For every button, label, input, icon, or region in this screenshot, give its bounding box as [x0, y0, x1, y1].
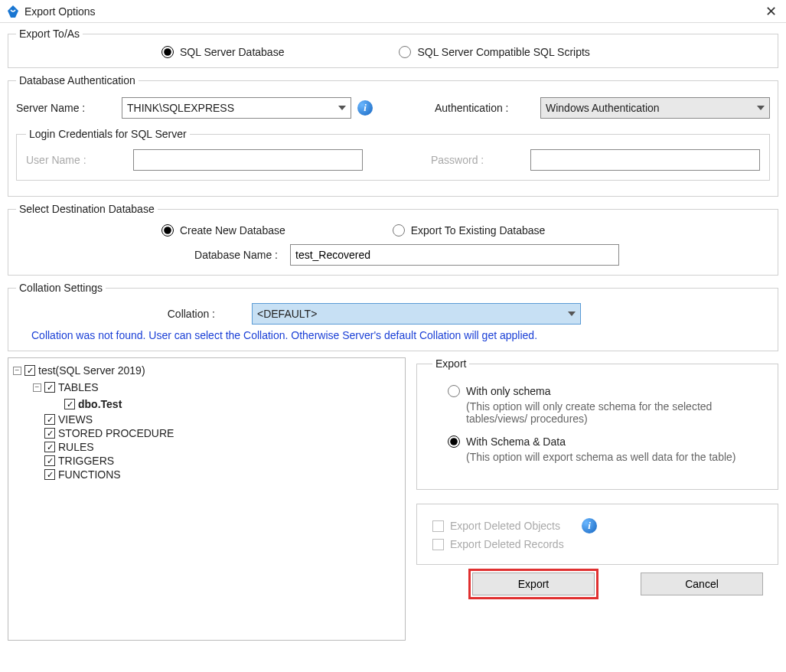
- tree-checkbox[interactable]: [44, 428, 55, 439]
- radio-sql-scripts[interactable]: SQL Server Compatible SQL Scripts: [399, 46, 589, 58]
- deleted-options-group: Export Deleted Objects i Export Deleted …: [416, 504, 778, 565]
- tree-checkbox[interactable]: [64, 399, 75, 409]
- checkbox-deleted-objects: [432, 520, 444, 532]
- radio-schema-only-input[interactable]: [448, 385, 460, 397]
- login-legend: Login Credentials for SQL Server: [26, 128, 190, 140]
- export-button[interactable]: Export: [472, 573, 595, 595]
- info-icon[interactable]: i: [582, 518, 597, 533]
- tree-checkbox[interactable]: [24, 365, 35, 376]
- chevron-down-icon: [338, 106, 346, 110]
- checkbox-deleted-records: [432, 539, 444, 550]
- chevron-down-icon: [757, 106, 765, 110]
- radio-sql-scripts-label: SQL Server Compatible SQL Scripts: [417, 46, 589, 58]
- server-name-dropdown[interactable]: THINK\SQLEXPRESS: [122, 97, 351, 119]
- export-to-legend: Export To/As: [16, 28, 83, 40]
- server-name-label: Server Name :: [16, 102, 116, 114]
- radio-create-new-db-input[interactable]: [161, 224, 174, 237]
- chevron-down-icon: [568, 312, 576, 316]
- tree-checkbox[interactable]: [44, 414, 55, 425]
- cancel-button[interactable]: Cancel: [641, 573, 763, 595]
- schema-data-desc: (This option will export schema as well …: [466, 451, 742, 463]
- radio-create-new-db[interactable]: Create New Database: [161, 224, 285, 237]
- collation-label: Collation :: [16, 308, 246, 320]
- app-icon: [6, 5, 20, 18]
- username-label: User Name :: [26, 154, 126, 166]
- collation-group: Collation Settings Collation : <DEFAULT>…: [8, 282, 778, 351]
- tree-sp-label: STORED PROCEDURE: [58, 427, 174, 439]
- tree-functions-label: FUNCTIONS: [58, 468, 121, 481]
- radio-sql-scripts-input[interactable]: [399, 46, 411, 58]
- collation-value: <DEFAULT>: [257, 308, 317, 320]
- database-name-input[interactable]: [290, 244, 619, 266]
- tree-checkbox[interactable]: [44, 442, 55, 452]
- radio-schema-only[interactable]: With only schema: [448, 385, 762, 397]
- radio-sql-database-label: SQL Server Database: [180, 46, 284, 58]
- tree-rules-label: RULES: [58, 441, 94, 453]
- radio-sql-database[interactable]: SQL Server Database: [161, 46, 284, 58]
- tree-table-item: dbo.Test: [78, 398, 122, 410]
- export-mode-group: Export With only schema (This option wil…: [416, 357, 778, 490]
- radio-sql-database-input[interactable]: [161, 46, 174, 58]
- tree-expander[interactable]: −: [33, 383, 41, 392]
- export-mode-legend: Export: [432, 357, 469, 370]
- tree-triggers-label: TRIGGERS: [58, 455, 114, 467]
- titlebar: Export Options ✕: [0, 0, 786, 23]
- radio-schema-data[interactable]: With Schema & Data: [448, 435, 762, 448]
- auth-group: Database Authentication Server Name : TH…: [8, 74, 778, 197]
- radio-schema-data-input[interactable]: [448, 435, 460, 448]
- tree-root-label: test(SQL Server 2019): [38, 364, 145, 377]
- authentication-dropdown[interactable]: Windows Authentication: [540, 97, 770, 119]
- tree-checkbox[interactable]: [44, 469, 55, 480]
- radio-schema-only-label: With only schema: [466, 385, 550, 397]
- login-credentials-group: Login Credentials for SQL Server User Na…: [16, 128, 770, 181]
- schema-only-desc: (This option will only create schema for…: [466, 400, 742, 425]
- auth-legend: Database Authentication: [16, 74, 139, 86]
- radio-export-existing-db-label: Export To Existing Database: [411, 224, 546, 237]
- radio-export-existing-db-input[interactable]: [393, 224, 405, 237]
- tree-tables-label: TABLES: [58, 381, 99, 393]
- tree-views-label: VIEWS: [58, 413, 93, 426]
- info-icon[interactable]: i: [357, 100, 373, 116]
- tree-checkbox[interactable]: [44, 382, 55, 393]
- collation-note: Collation was not found. User can select…: [16, 329, 770, 341]
- authentication-value: Windows Authentication: [546, 102, 660, 114]
- close-icon[interactable]: ✕: [762, 3, 780, 20]
- authentication-label: Authentication :: [435, 102, 534, 114]
- tree-checkbox[interactable]: [44, 455, 55, 466]
- destination-legend: Select Destination Database: [16, 203, 158, 215]
- database-name-label: Database Name :: [16, 249, 284, 261]
- tree-expander[interactable]: −: [13, 367, 21, 375]
- destination-group: Select Destination Database Create New D…: [8, 203, 778, 276]
- deleted-objects-label: Export Deleted Objects: [450, 520, 560, 532]
- password-input: [530, 149, 760, 171]
- deleted-records-label: Export Deleted Records: [450, 538, 564, 550]
- object-tree[interactable]: − test(SQL Server 2019) − TABLES dbo.Tes…: [8, 357, 406, 641]
- server-name-value: THINK\SQLEXPRESS: [127, 102, 234, 114]
- export-to-group: Export To/As SQL Server Database SQL Ser…: [8, 28, 778, 68]
- username-input: [133, 149, 363, 171]
- collation-legend: Collation Settings: [16, 282, 106, 294]
- radio-export-existing-db[interactable]: Export To Existing Database: [393, 224, 546, 237]
- radio-schema-data-label: With Schema & Data: [466, 435, 566, 448]
- radio-create-new-db-label: Create New Database: [180, 224, 285, 237]
- collation-dropdown[interactable]: <DEFAULT>: [252, 303, 581, 325]
- window-title: Export Options: [24, 5, 762, 18]
- password-label: Password :: [431, 154, 523, 166]
